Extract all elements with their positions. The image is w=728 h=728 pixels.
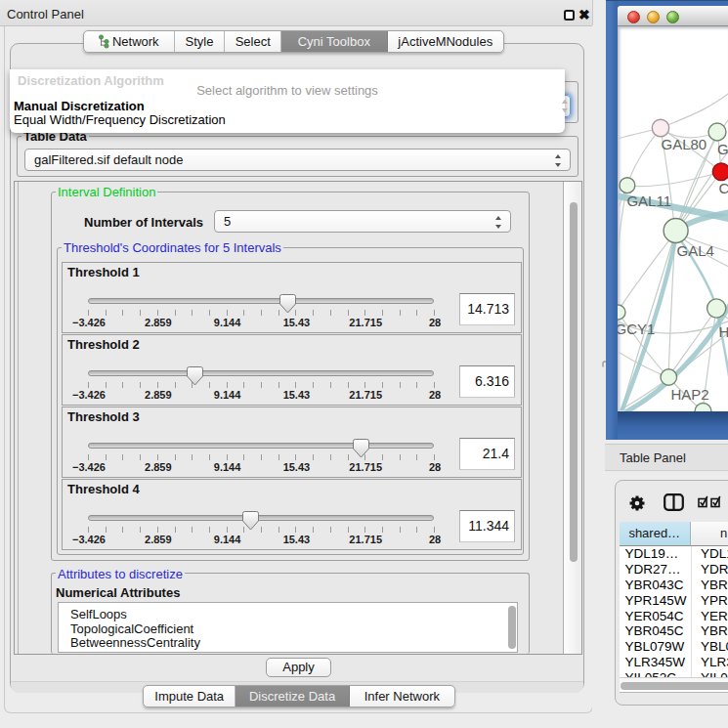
svg-text:GAL11: GAL11 [626, 193, 671, 209]
svg-text:H: H [718, 323, 728, 340]
svg-text:GAL4: GAL4 [676, 242, 713, 259]
svg-text:CO: CO [718, 180, 728, 196]
svg-text:GCY1: GCY1 [618, 321, 655, 337]
svg-text:GAL80: GAL80 [661, 136, 707, 152]
svg-text:HAP2: HAP2 [670, 386, 708, 403]
svg-text:GAL: GAL [717, 141, 728, 157]
